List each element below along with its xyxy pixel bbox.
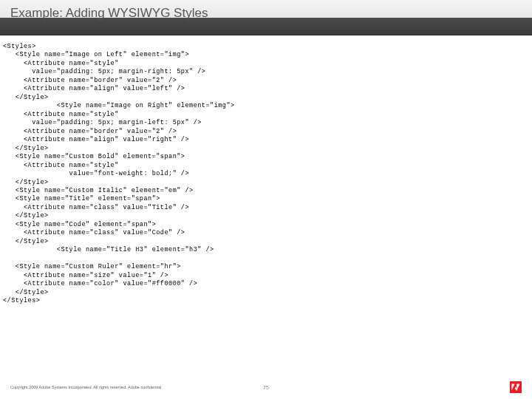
- code-block: <Styles> <Style name="Image on Left" ele…: [0, 35, 532, 313]
- page-number: 75: [263, 385, 269, 390]
- adobe-logo-icon: [510, 381, 522, 393]
- footer: Copyright 2009 Adobe Systems Incorporate…: [0, 381, 532, 393]
- title-bar: Example: Adding WYSIWYG Styles: [0, 0, 532, 35]
- copyright-text: Copyright 2009 Adobe Systems Incorporate…: [10, 385, 163, 389]
- slide-title: Example: Adding WYSIWYG Styles: [10, 6, 522, 21]
